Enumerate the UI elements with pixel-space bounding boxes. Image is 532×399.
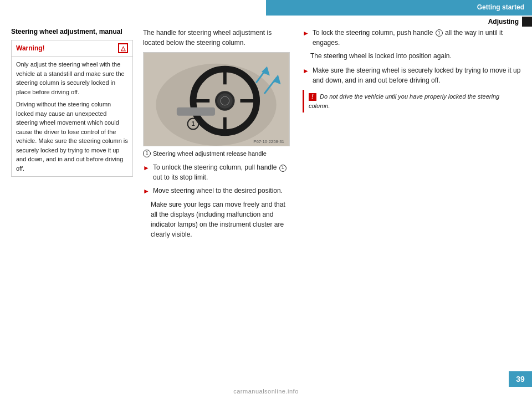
bullet1-text-part2: out to its stop limit. — [153, 173, 208, 181]
left-column: Steering wheel adjustment, manual Warnin… — [11, 28, 133, 371]
middle-bullet-1: ► To unlock the steering column, pull ha… — [143, 162, 293, 182]
header-subsection: Adjusting — [266, 16, 532, 28]
caption-text: Steering wheel adjustment release handle — [153, 150, 267, 158]
watermark-text: carmanualsonline.info — [233, 388, 299, 395]
right-bullet1-part1: To lock the steering column, push handle — [313, 29, 433, 37]
note-text: Do not drive the vehicle until you have … — [309, 93, 499, 109]
header-bar: Getting started Adjusting — [266, 0, 532, 17]
right-bullet-text-2: Make sure the steering wheel is securely… — [313, 65, 521, 85]
right-bullet-text-1: To lock the steering column, push handle… — [313, 28, 521, 48]
right-circle-ref-1: 1 — [436, 29, 443, 37]
bullet-text-2: Move steering wheel to the desired posit… — [153, 186, 293, 196]
bullet-arrow-icon-1: ► — [143, 163, 150, 182]
image-caption: 1 Steering wheel adjustment release hand… — [143, 150, 293, 158]
section-title-text: Getting started — [477, 3, 524, 11]
warning-title: Warning! — [16, 44, 45, 52]
steering-illustration: 1 P67·10·2258·31 — [144, 53, 289, 146]
right-sub-text-1: The steering wheel is locked into positi… — [303, 51, 521, 61]
middle-bullet-2: ► Move steering wheel to the desired pos… — [143, 186, 293, 196]
right-bullet-2: ► Make sure the steering wheel is secure… — [303, 65, 521, 85]
header-black-marker — [522, 17, 532, 27]
svg-text:1: 1 — [191, 120, 195, 127]
circle-ref-1: 1 — [279, 165, 287, 172]
warning-body: Only adjust the steering wheel with the … — [12, 57, 132, 176]
svg-point-8 — [217, 93, 233, 109]
caption-number-badge: 1 — [143, 150, 151, 157]
bullet-arrow-icon-2: ► — [143, 186, 150, 196]
page-number-text: 39 — [516, 375, 525, 383]
warning-text-1: Only adjust the steering wheel with the … — [16, 60, 128, 96]
middle-sub-text: Make sure your legs can move freely and … — [143, 200, 293, 239]
bullet-text-1: To unlock the steering column, pull hand… — [153, 162, 293, 182]
warning-header: Warning! △ — [12, 40, 132, 57]
svg-rect-10 — [177, 108, 215, 116]
watermark: carmanualsonline.info — [233, 388, 299, 395]
steering-wheel-image: 1 P67·10·2258·31 — [143, 52, 290, 146]
intro-text: The handle for steering wheel adjustment… — [143, 28, 293, 48]
warning-text-2: Driving without the steering column lock… — [16, 100, 128, 173]
right-column: ► To lock the steering column, push hand… — [303, 28, 521, 371]
note-icon: ! — [309, 93, 316, 101]
note-box: ! Do not drive the vehicle until you hav… — [303, 90, 521, 112]
svg-text:P67·10·2258·31: P67·10·2258·31 — [253, 139, 284, 144]
header-section: Getting started — [266, 0, 532, 16]
warning-triangle-icon: △ — [118, 43, 128, 53]
right-bullet-1: ► To lock the steering column, push hand… — [303, 28, 521, 48]
right-arrow-icon-2: ► — [303, 66, 309, 85]
warning-box: Warning! △ Only adjust the steering whee… — [11, 40, 133, 177]
right-arrow-icon-1: ► — [303, 28, 309, 48]
section-heading: Steering wheel adjustment, manual — [11, 28, 133, 35]
bullet1-text-part1: To unlock the steering column, pull hand… — [153, 163, 277, 171]
subsection-title-text: Adjusting — [488, 18, 522, 25]
page-number: 39 — [509, 371, 532, 387]
main-content: Steering wheel adjustment, manual Warnin… — [0, 28, 532, 371]
middle-column: The handle for steering wheel adjustment… — [143, 28, 293, 371]
